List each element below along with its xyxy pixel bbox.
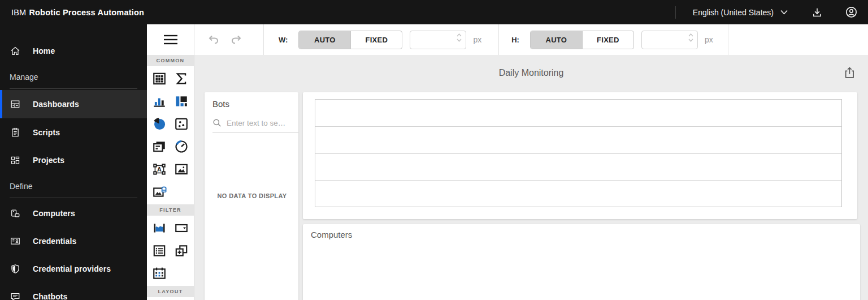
- chevron-down-icon: [780, 10, 788, 15]
- summation-widget[interactable]: [171, 67, 192, 90]
- palette-section-filter: FILTER: [147, 204, 194, 216]
- share-button[interactable]: [843, 67, 856, 79]
- sidebar-item-projects[interactable]: Projects: [0, 146, 147, 174]
- user-menu-button[interactable]: [844, 6, 858, 19]
- language-selector[interactable]: English (United States): [693, 8, 788, 17]
- treemap-widget[interactable]: [171, 90, 192, 113]
- bar-chart-widget[interactable]: [149, 90, 170, 113]
- calendar-filter-widget[interactable]: [149, 262, 170, 285]
- hamburger-icon: [163, 35, 178, 45]
- sidebar-item-home[interactable]: Home: [0, 37, 147, 65]
- dropdown-filter-icon: [174, 221, 189, 235]
- sidebar-section-define: Define: [10, 178, 137, 198]
- sidebar-item-label: Computers: [33, 209, 75, 218]
- scatter-plot-icon: [174, 117, 189, 131]
- home-icon: [10, 46, 20, 56]
- undo-button[interactable]: [207, 33, 220, 46]
- share-icon: [843, 67, 856, 79]
- height-value-input[interactable]: [642, 31, 682, 49]
- sidebar-item-label: Credential providers: [33, 264, 111, 273]
- sidebar-item-label: Home: [33, 46, 55, 55]
- canvas-header: Daily Monitoring: [194, 55, 868, 91]
- height-fixed-button[interactable]: FIXED: [582, 31, 633, 49]
- palette-empty-cell: [171, 181, 192, 203]
- height-value-stepper[interactable]: [641, 31, 698, 49]
- width-fixed-button[interactable]: FIXED: [350, 31, 402, 49]
- app-header: IBMRobotic Process Automation English (U…: [0, 0, 868, 24]
- sidebar-item-dashboards[interactable]: Dashboards: [0, 90, 147, 118]
- spinner-up-icon: [688, 33, 693, 37]
- sidebar-item-label: Dashboards: [33, 100, 79, 109]
- palette-filter-grid: [147, 216, 194, 286]
- height-spinners[interactable]: [688, 33, 693, 42]
- dashboard-title: Daily Monitoring: [499, 68, 564, 78]
- dropdown-filter-widget[interactable]: [171, 217, 192, 239]
- sidebar-item-label: Credentials: [33, 237, 76, 246]
- image-icon: [174, 162, 189, 177]
- bots-empty-message: NO DATA TO DISPLAY: [212, 192, 292, 199]
- sidebar-item-credential-providers[interactable]: Credential providers: [0, 255, 147, 282]
- pie-chart-widget[interactable]: [149, 113, 170, 135]
- width-auto-button[interactable]: AUTO: [299, 31, 350, 49]
- width-px-label: px: [473, 35, 481, 44]
- data-table-icon: [152, 71, 167, 86]
- bots-filter-widget[interactable]: Bots NO DATA TO DISPLAY: [205, 92, 298, 300]
- redo-icon: [230, 34, 242, 45]
- gauge-widget[interactable]: [171, 135, 192, 158]
- sidebar-item-computers[interactable]: Computers: [0, 199, 147, 227]
- svg-text:A: A: [157, 166, 162, 173]
- pie-chart-icon: [152, 117, 167, 131]
- sidebar-item-credentials[interactable]: Credentials: [0, 227, 147, 255]
- search-icon: [212, 118, 222, 127]
- sidebar-item-scripts[interactable]: Scripts: [0, 118, 147, 146]
- brand-prefix: IBM: [11, 8, 26, 17]
- bots-search-input[interactable]: [227, 119, 293, 127]
- list-filter-icon: [152, 243, 167, 258]
- height-auto-button[interactable]: AUTO: [531, 31, 582, 49]
- bar-chart-icon: [152, 94, 167, 109]
- text-box-icon: A: [152, 162, 167, 177]
- kpi-card-widget[interactable]: [149, 135, 170, 158]
- sidebar-item-chatbots[interactable]: Chatbots: [0, 282, 147, 300]
- list-filter-widget[interactable]: [149, 239, 170, 262]
- spinner-up-icon: [457, 33, 462, 37]
- add-filter-widget[interactable]: [171, 239, 192, 262]
- computers-widget[interactable]: Computers: [303, 224, 860, 300]
- sidebar-item-label: Chatbots: [33, 292, 67, 300]
- header-actions: English (United States): [675, 6, 868, 19]
- palette-empty-cell: [171, 262, 192, 285]
- toolbar-divider: [498, 24, 499, 55]
- spinner-down-icon: [688, 38, 693, 42]
- height-mode-toggle: AUTO FIXED: [530, 31, 634, 49]
- bots-search-field[interactable]: [212, 118, 298, 133]
- data-table-widget[interactable]: [149, 67, 170, 90]
- width-spinners[interactable]: [457, 33, 462, 42]
- chatbot-icon: [10, 292, 20, 300]
- redo-button[interactable]: [229, 33, 243, 46]
- widget-palette: COMMON: [147, 24, 194, 300]
- sidebar-item-label: Projects: [33, 156, 64, 165]
- text-box-widget[interactable]: A: [149, 158, 170, 181]
- dashboard-icon: [10, 99, 20, 109]
- image-widget[interactable]: [171, 158, 192, 181]
- scatter-plot-widget[interactable]: [171, 113, 192, 135]
- range-filter-widget[interactable]: [149, 217, 170, 239]
- computer-icon: [10, 208, 20, 218]
- width-value-input[interactable]: [410, 31, 450, 49]
- script-icon: [10, 127, 20, 138]
- toolbar-divider: [263, 24, 264, 55]
- credentials-icon: [10, 236, 20, 246]
- width-mode-toggle: AUTO FIXED: [298, 31, 402, 49]
- download-button[interactable]: [810, 6, 824, 19]
- bots-table-widget[interactable]: [303, 92, 857, 219]
- width-value-stepper[interactable]: [410, 31, 466, 49]
- table-row: [315, 126, 841, 153]
- image-data-widget[interactable]: [149, 181, 170, 203]
- bots-panel-title: Bots: [212, 99, 298, 109]
- app-title: IBMRobotic Process Automation: [11, 8, 144, 17]
- width-label: W:: [279, 36, 288, 44]
- palette-menu-button[interactable]: [147, 24, 194, 55]
- user-avatar-icon: [845, 6, 857, 18]
- kpi-card-icon: [152, 139, 167, 154]
- language-label: English (United States): [693, 8, 774, 17]
